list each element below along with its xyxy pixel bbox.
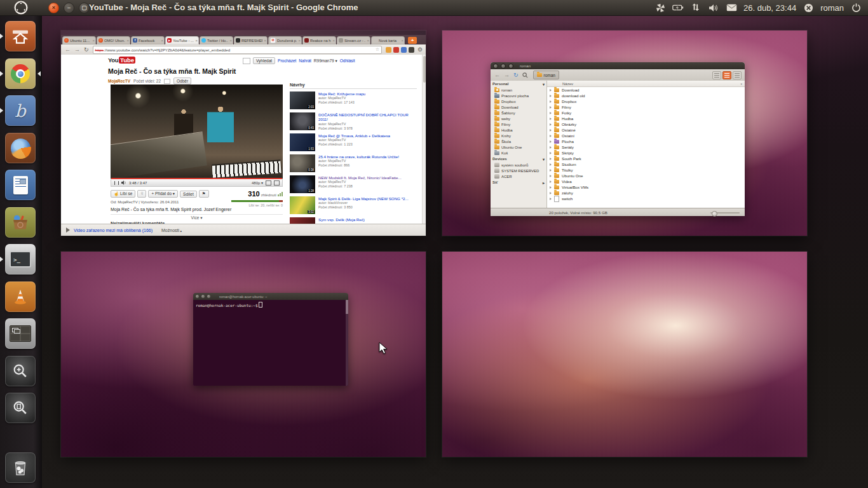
column-header[interactable]: Název▾ (547, 81, 745, 87)
workspace-3[interactable]: roman@hornak-acer-ubuntu: ~ roman@hornak… (61, 252, 426, 457)
launcher-item-firefox[interactable] (5, 133, 36, 163)
close-button[interactable]: × (48, 3, 59, 13)
file-row[interactable]: Ostatní (547, 133, 745, 139)
expander-icon[interactable] (550, 129, 552, 132)
file-row[interactable]: Skripty (547, 150, 745, 156)
file-row[interactable]: Seriály (547, 144, 745, 150)
forward-icon[interactable]: → (504, 72, 510, 78)
stats-chart-icon[interactable] (278, 192, 283, 196)
compact-view-button[interactable] (733, 71, 742, 79)
tab-6[interactable]: REFRESHER...× (234, 36, 268, 44)
expander-icon[interactable] (550, 89, 552, 92)
chrome-window[interactable]: Ubuntu 11...×OMG! Ubun...×fFacebook×▶You… (61, 35, 426, 236)
expander-icon[interactable] (550, 186, 552, 189)
address-bar[interactable]: https://www.youtube.com/watch?v=Hj2PYZbA… (93, 46, 382, 54)
expander-icon[interactable] (550, 135, 552, 137)
expander-icon[interactable] (550, 106, 552, 109)
workspace-2[interactable]: roman ← → ↻ roman Personal▾romanPracovní (442, 30, 807, 236)
close-icon[interactable] (493, 64, 498, 69)
launcher-item-search-apps[interactable] (5, 356, 36, 386)
workspace-4[interactable] (442, 252, 807, 457)
suggestion-thumbnail[interactable]: 0:43 (290, 112, 315, 130)
notification-options-button[interactable]: Možnosti (161, 228, 182, 233)
launcher-item-banshee[interactable]: b (5, 95, 36, 126)
sidebar-device-item[interactable]: ACER (491, 173, 546, 179)
tab-4[interactable]: ▶YouTube - ...× (165, 36, 199, 44)
tab-close-icon[interactable]: × (297, 39, 302, 43)
maximize-icon[interactable] (508, 64, 513, 69)
launcher-item-terminal[interactable]: >_ (5, 244, 36, 274)
suggestion-item[interactable]: 3:02Majk Spirit & Delik- Liga Majstrov (… (290, 196, 417, 214)
tab-close-icon[interactable]: × (91, 39, 96, 43)
tab-2[interactable]: OMG! Ubun...× (97, 36, 130, 44)
file-row[interactable]: Obrázky (547, 121, 745, 127)
volume-icon[interactable] (708, 2, 719, 13)
expander-icon[interactable] (550, 158, 552, 160)
sidebar-item[interactable]: Filmy (491, 121, 546, 127)
expander-icon[interactable] (550, 163, 552, 166)
terminal-titlebar[interactable]: roman@hornak-acer-ubuntu: ~ (193, 293, 348, 300)
search-icon[interactable] (522, 72, 528, 78)
expander-icon[interactable] (550, 198, 552, 200)
tab-close-icon[interactable]: × (331, 39, 336, 43)
flag-button[interactable]: ⚑ (199, 190, 209, 198)
sidebar-item[interactable]: Škola (491, 139, 546, 144)
expander-icon[interactable] (550, 118, 552, 120)
forward-icon[interactable]: → (74, 46, 80, 53)
quality-selector[interactable]: 480p ▾ (252, 180, 263, 185)
player-volume-icon[interactable] (121, 180, 126, 185)
zoom-slider[interactable] (710, 212, 740, 214)
theater-mode-icon[interactable] (266, 180, 271, 186)
scrollbar-thumb[interactable] (423, 56, 426, 83)
zoom-slider-knob[interactable] (712, 211, 717, 217)
video-player-frame[interactable] (111, 85, 283, 179)
suggestion-title[interactable]: NEW Modskill ft. Moja Reč, Nironic/ Idea… (318, 175, 402, 180)
file-row[interactable]: Titulky (547, 167, 745, 173)
sidebar-device-item[interactable]: SYSTEM RESERVED (491, 168, 546, 173)
new-tab-button[interactable]: + (408, 37, 417, 44)
reload-icon[interactable]: ↻ (513, 72, 519, 78)
sidebar-item[interactable]: roman (491, 87, 546, 93)
mail-envelope-icon[interactable] (726, 2, 737, 13)
file-row[interactable]: South Park (547, 156, 745, 161)
launcher-item-trash[interactable] (5, 452, 36, 483)
file-manager-window[interactable]: roman ← → ↻ roman Personal▾romanPracovní (491, 62, 745, 216)
suggestion-title[interactable]: Moja Reč: Križujeme mapu (318, 92, 365, 96)
sidebar-item[interactable]: Download (491, 104, 546, 110)
channel-mail-icon[interactable] (164, 79, 170, 84)
sidebar-personal-header[interactable]: Personal▾ (491, 81, 546, 87)
terminal-content[interactable]: roman@hornak-acer-ubuntu:~$ (193, 300, 348, 386)
back-icon[interactable]: ← (494, 72, 500, 78)
launcher-item-workspace-switcher[interactable] (5, 318, 36, 349)
minimize-button[interactable]: – (64, 3, 74, 13)
tab-5[interactable]: Twitter / Ho...× (200, 36, 233, 44)
launcher-item-google-chrome[interactable] (5, 58, 36, 89)
list-view-button[interactable] (722, 71, 731, 79)
signout-link[interactable]: Odhlásit (340, 58, 355, 63)
tab-close-icon[interactable]: × (365, 39, 370, 43)
sidebar-devices-header[interactable]: Devices▾ (491, 156, 546, 162)
extension-icon-1[interactable] (386, 47, 391, 53)
battery-charging-icon[interactable] (672, 2, 684, 13)
maximize-button[interactable]: ▢ (79, 3, 90, 13)
extension-icon-2[interactable] (393, 47, 399, 53)
launcher-item-home-folder[interactable] (5, 21, 36, 51)
file-row[interactable]: Download (547, 87, 745, 93)
suggestion-title[interactable]: 25.4 hráme na orave, kulturák Rotunda Ur… (318, 154, 399, 159)
expander-icon[interactable] (550, 192, 552, 194)
ubuntu-logo-icon[interactable] (14, 1, 28, 15)
sidebar-network-header[interactable]: Síť▸ (491, 179, 546, 186)
suggestion-thumbnail[interactable]: 1:53 (290, 133, 315, 151)
file-row[interactable]: Videa (547, 179, 745, 184)
sidebar-item[interactable]: Hudba (491, 127, 546, 133)
bookmark-star-icon[interactable]: ☆ (376, 47, 379, 52)
like-button[interactable]: ☝ Líbí se (111, 190, 135, 198)
tab-close-icon[interactable]: × (400, 39, 405, 43)
file-row[interactable]: Plocha (547, 139, 745, 144)
icon-view-button[interactable] (712, 71, 721, 79)
search-input[interactable] (243, 58, 250, 64)
search-button[interactable]: Vyhledat (253, 57, 275, 64)
file-row[interactable]: download old (547, 93, 745, 98)
launcher-item-ubuntu-software-center[interactable] (5, 207, 36, 238)
expander-icon[interactable] (550, 169, 552, 172)
